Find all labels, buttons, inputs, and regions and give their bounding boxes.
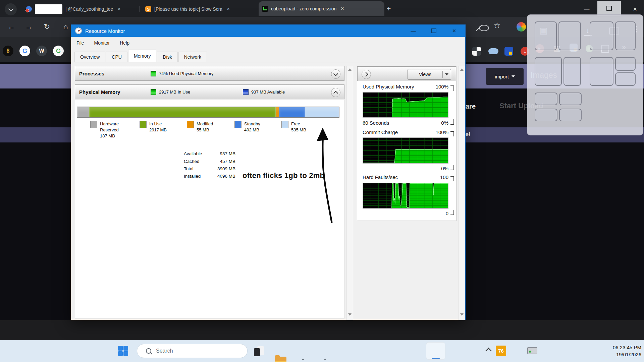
bookmark-icon-google[interactable]: G bbox=[19, 46, 30, 56]
snap-zone[interactable] bbox=[590, 21, 614, 50]
tray-badge[interactable]: 76 bbox=[496, 346, 506, 356]
tab-memory[interactable]: Memory bbox=[128, 50, 157, 62]
tab-overview[interactable]: Overview bbox=[74, 52, 105, 62]
search-icon bbox=[146, 348, 151, 354]
bookmark-icon-google2[interactable]: G bbox=[53, 46, 64, 56]
snap-layout-one-plus-two[interactable] bbox=[590, 57, 636, 86]
processes-header[interactable]: Processes 74% Used Physical Memory bbox=[75, 66, 344, 81]
scroll-down-icon[interactable] bbox=[348, 313, 352, 316]
graph-hard-faults bbox=[363, 183, 448, 209]
caret-down-icon bbox=[512, 75, 515, 77]
tab-close-icon[interactable]: × bbox=[341, 6, 344, 12]
import-button[interactable]: import bbox=[486, 68, 524, 85]
menu-help[interactable]: Help bbox=[120, 40, 129, 46]
taskbar bbox=[0, 340, 644, 362]
tray-chevron-up-icon[interactable] bbox=[486, 349, 491, 353]
running-indicator bbox=[302, 359, 304, 360]
tray-clock[interactable]: 06:23:45 PM 19/01/2026 bbox=[611, 344, 641, 358]
snap-zone[interactable] bbox=[535, 57, 562, 86]
snap-zone[interactable] bbox=[558, 21, 581, 50]
window-maximize-button[interactable] bbox=[597, 1, 621, 15]
snap-zone[interactable] bbox=[615, 72, 636, 86]
rm-minimize-button[interactable]: — bbox=[407, 26, 420, 35]
taskbar-search[interactable]: Search bbox=[137, 344, 248, 358]
snap-zone[interactable] bbox=[535, 21, 557, 50]
forward-icon[interactable]: → bbox=[23, 21, 35, 33]
tab-cpu[interactable]: CPU bbox=[106, 52, 127, 62]
snap-zone[interactable] bbox=[564, 57, 581, 86]
back-icon[interactable]: ← bbox=[5, 21, 17, 33]
tab-search-button[interactable] bbox=[5, 3, 17, 15]
home-icon[interactable]: ⌂ bbox=[60, 21, 72, 33]
processes-collapse-button[interactable] bbox=[331, 69, 340, 79]
text-fragment: e! bbox=[466, 131, 470, 137]
tab-network[interactable]: Network bbox=[178, 52, 207, 62]
cloud-icon[interactable] bbox=[488, 48, 498, 54]
snap-zone[interactable] bbox=[559, 109, 582, 121]
window-close-button[interactable]: × bbox=[628, 4, 642, 14]
graph2-min: 0% bbox=[428, 166, 448, 171]
bookmark-icon-8ball[interactable]: 8 bbox=[3, 46, 13, 56]
scroll-down-icon[interactable] bbox=[460, 313, 464, 316]
graph2-max: 100% bbox=[428, 129, 448, 135]
scroll-up-icon[interactable] bbox=[348, 68, 352, 71]
snap-zone[interactable] bbox=[590, 57, 613, 86]
browser-tab-2[interactable]: S [Please use this topic] Slow Scra × bbox=[142, 3, 261, 15]
start-button[interactable] bbox=[118, 346, 128, 356]
taskbar-app-window[interactable] bbox=[254, 346, 264, 356]
rm-maximize-button[interactable] bbox=[427, 26, 440, 35]
views-caret[interactable] bbox=[443, 73, 451, 75]
green-memory-icon bbox=[151, 71, 156, 76]
tab-close-icon[interactable]: × bbox=[227, 6, 230, 12]
memory-bar-segment-2 bbox=[276, 107, 279, 117]
tray-date: 19/01/2026 bbox=[611, 351, 641, 358]
resource-monitor-taskbar-active[interactable] bbox=[426, 342, 445, 360]
new-tab-button[interactable]: + bbox=[384, 5, 393, 13]
panel-expand-button[interactable] bbox=[362, 70, 371, 79]
app-tile-icon[interactable] bbox=[504, 47, 513, 56]
snap-zone[interactable] bbox=[535, 109, 557, 121]
chevron-right-icon bbox=[363, 72, 368, 77]
tab1-favicon bbox=[26, 6, 32, 12]
snap-zone[interactable] bbox=[535, 93, 557, 105]
file-explorer-icon[interactable] bbox=[275, 357, 286, 362]
scrollbar-vertical[interactable] bbox=[346, 66, 353, 320]
processes-title: Processes bbox=[79, 71, 104, 76]
memory-bar-segment-0 bbox=[77, 107, 89, 117]
tab-close-icon[interactable]: × bbox=[117, 6, 120, 12]
profile-avatar[interactable] bbox=[517, 22, 526, 32]
views-dropdown[interactable]: Views bbox=[408, 69, 451, 80]
rm-close-button[interactable]: × bbox=[448, 26, 461, 35]
snap-layout-quad[interactable] bbox=[535, 93, 582, 121]
browser-tab-3-active[interactable]: cubeupload - zero compression × bbox=[259, 1, 384, 16]
bookmark-icon-wordpress[interactable]: W bbox=[36, 46, 47, 56]
rm-title-bar[interactable]: Resource Monitor — × bbox=[71, 25, 465, 37]
browser-tab-1[interactable]: | @Carly_soothing_tee × bbox=[22, 3, 145, 15]
snap-layout-two-columns-wide-left[interactable] bbox=[590, 21, 636, 50]
stat-total: Total3909 MB bbox=[184, 166, 235, 171]
physical-memory-header[interactable]: Physical Memory 2917 MB In Use 937 MB Av… bbox=[75, 84, 344, 99]
scroll-up-icon[interactable] bbox=[460, 68, 464, 71]
reload-icon[interactable]: ↻ bbox=[41, 21, 53, 33]
tab-disk[interactable]: Disk bbox=[157, 52, 177, 62]
menu-file[interactable]: File bbox=[76, 40, 84, 46]
snap-zone[interactable] bbox=[559, 93, 582, 105]
status-dot bbox=[529, 351, 531, 353]
bookmark-star-icon[interactable]: ☆ bbox=[491, 19, 503, 32]
scrollbar-vertical-right[interactable] bbox=[459, 66, 465, 320]
snap-zone[interactable] bbox=[615, 57, 636, 71]
grid-icon[interactable] bbox=[472, 47, 481, 56]
legend-swatch bbox=[187, 121, 194, 128]
menu-monitor[interactable]: Monitor bbox=[94, 40, 110, 46]
page-footer: Home Patreon Donate Discord Terms of Ser… bbox=[0, 320, 644, 340]
snap-zone[interactable] bbox=[615, 21, 636, 50]
physical-memory-collapse-button[interactable] bbox=[331, 88, 340, 97]
network-device-icon[interactable] bbox=[527, 347, 537, 354]
eye-slash-icon[interactable] bbox=[479, 25, 489, 31]
snap-layout-two-columns[interactable] bbox=[535, 21, 581, 50]
snap-layout-wide-narrow[interactable] bbox=[535, 57, 581, 86]
window-minimize-button[interactable]: — bbox=[580, 4, 594, 14]
legend-modified: Modified 55 MB bbox=[187, 121, 225, 133]
blue-memory-icon bbox=[243, 89, 249, 95]
memory-bar-segment-1 bbox=[89, 107, 276, 117]
